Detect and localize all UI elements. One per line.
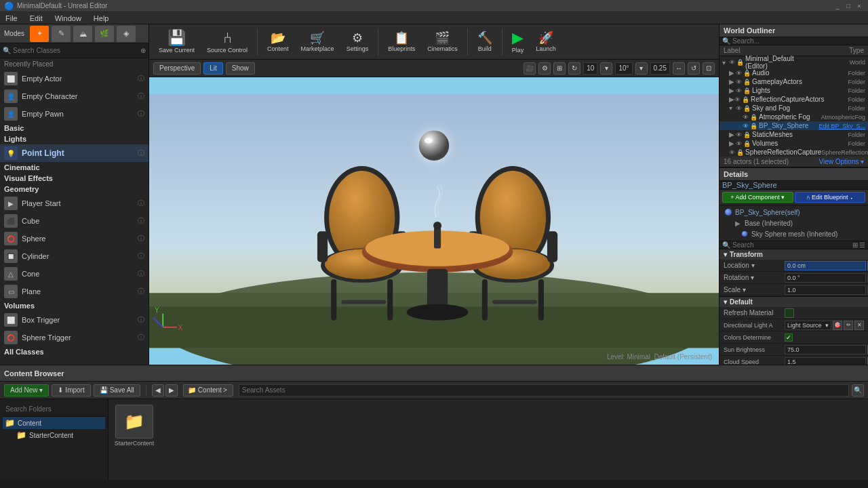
place-item-cylinder[interactable]: 🔲 Cylinder ⓘ [0,247,149,265]
rotate-icon[interactable]: ↺ [688,62,700,75]
outliner-item-world[interactable]: ▾ 👁 🔒 Minimal_Default (Editor) World [719,56,868,68]
scale-input[interactable]: 0.25 [650,62,670,75]
cb-asset-starter[interactable]: 📁 StarterContent [114,405,155,447]
sphere-info[interactable]: ⓘ [138,234,144,243]
mode-foliage[interactable]: 🌿 [95,26,114,42]
sphere-trigger-info[interactable]: ⓘ [138,333,144,342]
place-item-sphere-trigger[interactable]: ⭕ Sphere Trigger ⓘ [0,329,149,346]
mode-geometry[interactable]: ◈ [117,26,136,42]
place-item-empty-character[interactable]: 👤 Empty Character ⓘ [0,87,149,105]
cylinder-info[interactable]: ⓘ [138,251,144,261]
category-all-classes[interactable]: All Classes [0,346,149,357]
scale-x[interactable] [785,285,866,295]
category-geometry[interactable]: Geometry [0,184,149,195]
minimize-btn[interactable]: _ [833,1,842,11]
eye-sphere-reflect[interactable]: 👁 [729,149,735,156]
transform-header[interactable]: ▾ Transform [719,249,868,260]
viewport-options-icon[interactable]: ⚙ [538,62,551,75]
menu-help[interactable]: Help [91,14,112,22]
outliner-item-gameplay[interactable]: ▶ 👁 🔒 GameplayActors Folder [719,77,868,86]
mode-paint[interactable]: ✎ [52,26,71,42]
menu-window[interactable]: Window [52,14,84,22]
outliner-search-input[interactable] [732,37,865,45]
box-trigger-info[interactable]: ⓘ [138,315,144,325]
cb-folder-content[interactable]: 📁 Content [3,417,105,429]
comp-sky-mesh[interactable]: Sky Sphere mesh (Inherited) [724,228,864,239]
rotation-x[interactable] [785,273,866,283]
close-btn[interactable]: × [854,1,864,11]
outliner-item-sphere-reflect[interactable]: 👁 🔒 SphereReflectionCapture SphereReflec… [719,148,868,157]
content-btn[interactable]: 📂 Content [263,30,293,54]
scale-icon[interactable]: ⊡ [703,62,715,75]
grid-size-dropdown[interactable]: ▾ [600,62,612,75]
place-item-plane[interactable]: ▭ Plane ⓘ [0,283,149,300]
cb-search-assets-input[interactable] [239,384,849,396]
cube-info[interactable]: ⓘ [138,216,144,226]
perspective-btn[interactable]: Perspective [153,62,201,75]
edit-blueprint-btn[interactable]: ⑃ Edit Blueprint ▾ [795,192,866,203]
cb-folder-starter[interactable]: 📁 StarterContent [3,429,105,441]
category-visual-effects[interactable]: Visual Effects [0,173,149,184]
details-search-input[interactable] [732,241,852,249]
colors-determine-checkbox[interactable] [785,333,793,342]
outliner-item-bp-sky[interactable]: 👁 🔒 BP_Sky_Sphere Edit BP_Sky_S... [719,121,868,130]
cb-path-content[interactable]: Content [198,386,222,394]
outliner-item-volumes[interactable]: ▶ 👁 🔒 Volumes Folder [719,139,868,148]
details-name-input[interactable] [722,181,865,189]
rotation-snap-icon[interactable]: ↻ [568,62,580,75]
place-item-empty-pawn[interactable]: 👤 Empty Pawn ⓘ [0,105,149,123]
play-btn[interactable]: ▶ Play [508,29,528,55]
player-start-info[interactable]: ⓘ [138,199,144,208]
outliner-item-atm-fog[interactable]: 👁 🔒 Atmospheric Fog AtmosphericFog [719,113,868,121]
comp-self[interactable]: BP_Sky_Sphere(self) [724,207,864,218]
category-volumes[interactable]: Volumes [0,300,149,311]
details-grid-icon[interactable]: ⊞ [852,241,858,249]
eye-static[interactable]: 👁 [736,131,742,138]
save-current-btn[interactable]: 💾 Save Current [155,29,199,55]
outliner-item-static[interactable]: ▶ 👁 🔒 StaticMeshes Folder [719,130,868,139]
dir-light-edit[interactable]: ✏ [844,321,853,330]
grid-size-input[interactable]: 10 [583,62,597,75]
eye-sky[interactable]: 👁 [736,105,742,112]
eye-audio[interactable]: 👁 [736,70,742,77]
maximize-btn[interactable]: □ [844,1,853,11]
eye-volumes[interactable]: 👁 [736,140,742,147]
point-light-info[interactable]: ⓘ [138,148,144,158]
place-item-box-trigger[interactable]: ⬜ Box Trigger ⓘ [0,311,149,329]
cb-search-folders-input[interactable] [5,405,102,413]
eye-atm[interactable]: 👁 [743,114,749,121]
build-btn[interactable]: 🔨 Build [473,30,496,54]
place-item-player-start[interactable]: ▶ Player Start ⓘ [0,195,149,212]
menu-file[interactable]: File [3,14,20,22]
nav-forward-btn[interactable]: ▶ [165,384,178,396]
show-btn[interactable]: Show [226,62,255,75]
details-list-icon[interactable]: ☰ [859,241,865,249]
translate-icon[interactable]: ↔ [673,62,685,75]
cb-search-btn[interactable]: 🔍 [852,384,864,396]
outliner-item-lights[interactable]: ▶ 👁 🔒 Lights Folder [719,86,868,95]
eye-bp-sky[interactable]: 👁 [743,123,749,129]
source-control-btn[interactable]: ⑃ Source Control [203,29,252,55]
view-options-btn[interactable]: View Options ▾ [818,158,864,165]
add-new-btn[interactable]: Add New ▾ [4,384,49,396]
lit-btn[interactable]: Lit [203,62,223,75]
dir-light-pick[interactable]: 🎯 [833,321,842,330]
search-classes-input[interactable] [13,47,140,54]
category-basic[interactable]: Basic [0,123,149,134]
viewport[interactable]: X Y Z Level: Minimal_Default (Persistent… [149,77,719,365]
mode-landscape[interactable]: ⛰ [73,26,92,42]
mode-place[interactable]: ✦ [30,26,49,42]
cone-info[interactable]: ⓘ [138,269,144,279]
blueprints-btn[interactable]: 📋 Blueprints [384,30,419,54]
rotation-dropdown[interactable]: ▾ [635,62,648,75]
place-item-sphere[interactable]: ⭕ Sphere ⓘ [0,230,149,247]
refresh-material-checkbox[interactable] [785,308,794,318]
default-header[interactable]: ▾ Default [719,297,868,307]
marketplace-btn[interactable]: 🛒 Marketplace [297,30,338,54]
category-lights[interactable]: Lights [0,134,149,144]
empty-pawn-info[interactable]: ⓘ [138,109,144,119]
empty-actor-info[interactable]: ⓘ [138,74,144,83]
empty-character-info[interactable]: ⓘ [138,92,144,101]
eye-world[interactable]: 👁 [729,59,735,66]
eye-gameplay[interactable]: 👁 [736,79,742,85]
